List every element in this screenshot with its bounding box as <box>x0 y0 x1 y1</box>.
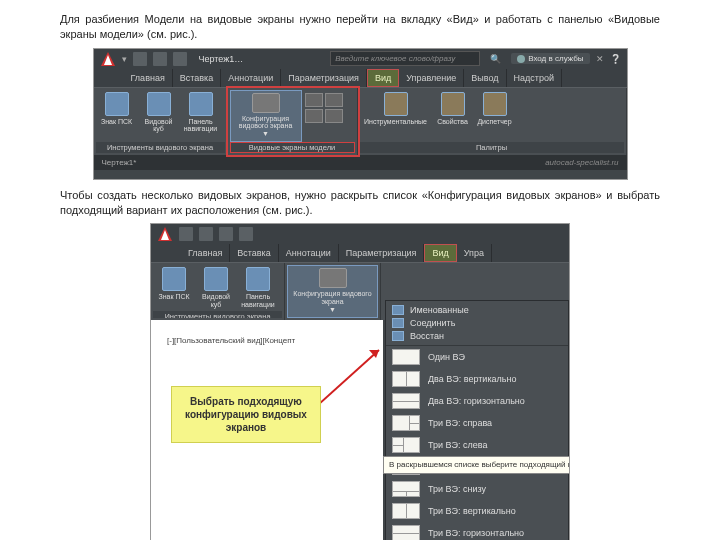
palettes-tool-button[interactable]: Инструментальные <box>360 90 432 142</box>
viewport-status-label[interactable]: [-][Пользовательский вид][Концепт <box>165 336 297 345</box>
search-icon[interactable]: 🔍 <box>490 54 501 64</box>
dd-item-three-h[interactable]: Три ВЭ: горизонтально <box>386 522 568 540</box>
panel-title-viewport-tools: Инструменты видового экрана <box>96 142 225 153</box>
dd-restore[interactable]: Восстан <box>392 331 562 341</box>
tab-view[interactable]: Вид <box>367 69 399 87</box>
qat-undo-2[interactable] <box>239 227 253 241</box>
menu-chevron-icon[interactable]: ▾ <box>122 54 127 64</box>
tab2-annotate[interactable]: Аннотации <box>279 244 339 262</box>
app-logo-icon-2 <box>157 226 173 242</box>
dd-item-three-right[interactable]: Три ВЭ: справа <box>386 412 568 434</box>
tab-annotate[interactable]: Аннотации <box>221 69 281 87</box>
tab2-home[interactable]: Главная <box>181 244 230 262</box>
dd-item-single[interactable]: Один ВЭ <box>386 346 568 368</box>
tab-insert[interactable]: Вставка <box>173 69 221 87</box>
help-icon[interactable]: ❔ <box>610 54 621 64</box>
intro-paragraph-2: Чтобы создать несколько видовых экранов,… <box>60 188 660 218</box>
tab-manage[interactable]: Управление <box>399 69 464 87</box>
callout-note: Выбрать подходящую конфигурацию видовых … <box>171 386 321 443</box>
tab2-more[interactable]: Упра <box>457 244 492 262</box>
app-logo-icon <box>100 51 116 67</box>
viewport-mini-buttons[interactable] <box>302 90 346 142</box>
qat-save-icon[interactable] <box>173 52 187 66</box>
panel-title-2a: Инструменты видового экрана <box>153 311 282 319</box>
ucs-2[interactable]: Знак ПСК <box>153 265 195 310</box>
qat-2 <box>151 224 569 244</box>
document-title: Чертеж1… <box>199 54 244 64</box>
dd-item-two-h[interactable]: Два ВЭ: горизонтально <box>386 390 568 412</box>
quick-access-toolbar: ▾ Чертеж1… Введите ключевое слово/фразу … <box>94 49 627 69</box>
tab2-insert[interactable]: Вставка <box>230 244 278 262</box>
properties-button[interactable]: Свойства <box>432 90 474 142</box>
dd-join[interactable]: Соединить <box>392 318 562 328</box>
viewport-config-button-2[interactable]: Конфигурация видового экрана▼ <box>287 265 378 318</box>
tab-parametric[interactable]: Параметризация <box>281 69 367 87</box>
viewport-config-dropdown: Именованные Соединить Восстан Один ВЭ Дв… <box>385 300 569 540</box>
tab2-view[interactable]: Вид <box>424 244 456 262</box>
dd-named[interactable]: Именованные <box>392 305 562 315</box>
qat-open-2[interactable] <box>199 227 213 241</box>
exchange-icon[interactable]: ✕ <box>596 54 604 64</box>
dd-item-two-v[interactable]: Два ВЭ: вертикально <box>386 368 568 390</box>
qat-save-2[interactable] <box>219 227 233 241</box>
tab-output[interactable]: Вывод <box>464 69 506 87</box>
panel-title-palettes: Палитры <box>360 142 624 153</box>
viewport-config-button[interactable]: Конфигурация видового экрана▼ <box>230 90 302 142</box>
footer-bar-1: Чертеж1* autocad-specialist.ru <box>94 155 627 170</box>
manager-button[interactable]: Диспетчер <box>474 90 516 142</box>
navbar-2[interactable]: Панель навигации <box>237 265 279 310</box>
tooltip-hint: В раскрывшемся списке выберите подходящи… <box>383 456 570 474</box>
ribbon-tabs-2: Главная Вставка Аннотации Параметризация… <box>151 244 569 262</box>
dd-item-three-bottom[interactable]: Три ВЭ: снизу <box>386 478 568 500</box>
navbar-button[interactable]: Панель навигации <box>180 90 222 142</box>
viewcube-button[interactable]: Видовой куб <box>138 90 180 142</box>
footer-doc: Чертеж1* <box>102 158 137 167</box>
ribbon-body: Знак ПСК Видовой куб Панель навигации Ин… <box>94 87 627 155</box>
viewcube-2[interactable]: Видовой куб <box>195 265 237 310</box>
dd-item-three-left[interactable]: Три ВЭ: слева <box>386 434 568 456</box>
intro-paragraph-1: Для разбиения Модели на видовые экраны н… <box>60 12 660 42</box>
qat-new-icon[interactable] <box>133 52 147 66</box>
panel-title-model-viewports: Видовые экраны модели <box>230 142 355 153</box>
ucs-icon-button[interactable]: Знак ПСК <box>96 90 138 142</box>
qat-new-2[interactable] <box>179 227 193 241</box>
ribbon-tabs: Главная Вставка Аннотации Параметризация… <box>94 69 627 87</box>
screenshot-2: Главная Вставка Аннотации Параметризация… <box>150 223 570 540</box>
search-input[interactable]: Введите ключевое слово/фразу <box>330 51 480 66</box>
tab-addins[interactable]: Надстрой <box>507 69 562 87</box>
tab2-parametric[interactable]: Параметризация <box>339 244 425 262</box>
footer-watermark: autocad-specialist.ru <box>545 158 618 167</box>
screenshot-1: ▾ Чертеж1… Введите ключевое слово/фразу … <box>93 48 628 180</box>
tab-home[interactable]: Главная <box>124 69 173 87</box>
qat-open-icon[interactable] <box>153 52 167 66</box>
dd-item-three-v[interactable]: Три ВЭ: вертикально <box>386 500 568 522</box>
login-button[interactable]: Вход в службы <box>511 53 589 64</box>
